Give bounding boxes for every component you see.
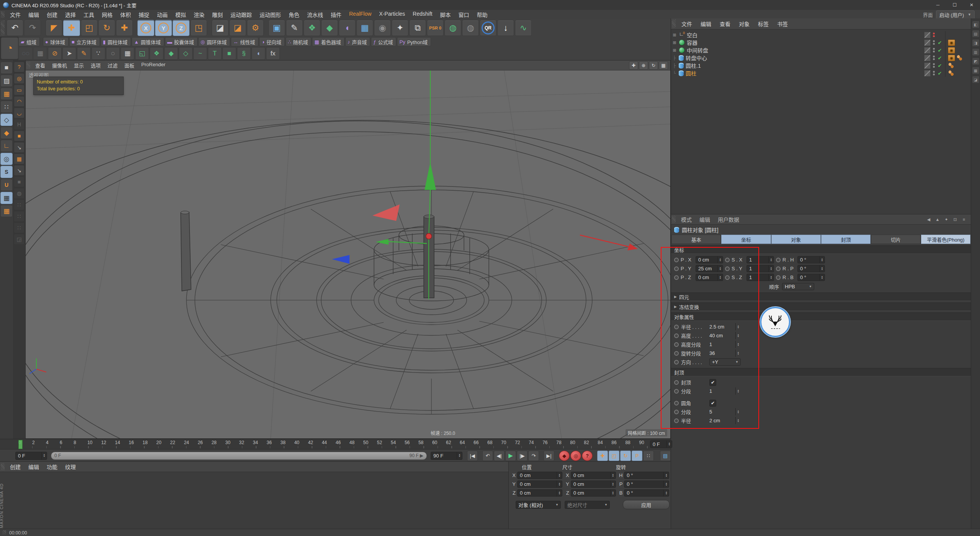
dropdown[interactable]: +Y: [709, 358, 741, 366]
magnet-snap-button[interactable]: U: [0, 179, 13, 191]
anim-toggle[interactable]: [776, 258, 781, 262]
cloth-icon[interactable]: ◖: [252, 47, 265, 60]
group-field-chip[interactable]: ▰ 组域: [18, 37, 40, 46]
menu-volume[interactable]: 体积: [116, 11, 135, 18]
checkbox[interactable]: ✔: [709, 400, 716, 407]
value-field[interactable]: 2.5 cm: [709, 323, 741, 330]
recent-tool-button[interactable]: ✚: [116, 20, 133, 36]
stepper-icon[interactable]: [819, 257, 825, 263]
select-ring-icon[interactable]: ◎: [14, 73, 24, 84]
stepper-icon[interactable]: [557, 490, 562, 496]
cube-slot-icon[interactable]: ■: [14, 176, 24, 187]
object-label[interactable]: 转盘中心: [686, 54, 707, 62]
vp-menu-prorender[interactable]: ProRender: [138, 62, 169, 69]
visibility-dots[interactable]: [931, 33, 936, 37]
pipeline-download-button[interactable]: ↓: [497, 20, 514, 36]
cage-points-icon[interactable]: ◱: [135, 47, 149, 60]
stepper-icon[interactable]: [457, 452, 462, 459]
tab-coordinates[interactable]: 坐标: [721, 235, 771, 244]
tag-cell[interactable]: ◉: [945, 46, 971, 54]
stepper-icon[interactable]: [735, 387, 741, 395]
menu-simulate[interactable]: 模拟: [172, 11, 190, 18]
viewport-solo-button[interactable]: ◎: [0, 153, 13, 165]
visibility-dots[interactable]: [931, 63, 936, 68]
layer-toggle[interactable]: [924, 62, 931, 69]
minimize-button[interactable]: ─: [929, 0, 946, 10]
torus-field-chip[interactable]: ◎ 圆环体域: [198, 37, 230, 46]
capsule-field-chip[interactable]: ▬ 胶囊体域: [165, 37, 198, 46]
stepper-icon[interactable]: [735, 341, 741, 348]
value-field[interactable]: 5: [709, 408, 741, 415]
caps-section-header[interactable]: 封顶: [671, 368, 971, 376]
layer-toggle[interactable]: [924, 47, 931, 54]
anim-toggle[interactable]: [674, 266, 679, 271]
model-mode-button[interactable]: ■: [0, 62, 13, 74]
am-menu-edit[interactable]: 编辑: [696, 216, 714, 223]
rotation-p-field[interactable]: 0 °: [624, 480, 669, 488]
object-row-container[interactable]: 容器 ✔ ◉: [671, 39, 971, 46]
tag-cell[interactable]: ◉: [945, 54, 971, 62]
python-field-chip[interactable]: Py Python域: [397, 37, 431, 46]
rect-select-icon[interactable]: ▭: [14, 85, 24, 95]
display-tag-icon[interactable]: ◉: [948, 55, 955, 61]
menu-window[interactable]: 窗口: [454, 11, 473, 18]
enable-check-icon[interactable]: ✔: [937, 63, 943, 69]
close-button[interactable]: ✕: [963, 0, 980, 10]
anim-toggle[interactable]: [674, 380, 679, 385]
anim-toggle[interactable]: [674, 342, 679, 347]
anim-toggle[interactable]: [674, 418, 679, 423]
anim-toggle[interactable]: [776, 275, 781, 280]
dock-tab-7[interactable]: ◪: [972, 76, 980, 83]
expand-icon[interactable]: [671, 56, 678, 60]
phong-tag-icon[interactable]: [948, 62, 954, 69]
vp-menu-display[interactable]: 显示: [70, 62, 87, 69]
lock-icon[interactable]: ⊡: [951, 216, 959, 223]
value-field[interactable]: 1: [709, 341, 741, 348]
cylinder-field-chip[interactable]: ▮ 圆柱体域: [101, 37, 131, 46]
swirl-icon[interactable]: §: [237, 47, 251, 60]
stepper-icon[interactable]: [610, 490, 616, 496]
menu-tools[interactable]: 工具: [80, 11, 98, 18]
menu-mesh[interactable]: 网格: [98, 11, 116, 18]
sphere-field-chip[interactable]: ● 球体域: [43, 37, 69, 46]
swatch-icon[interactable]: ■: [14, 131, 24, 141]
apply-button[interactable]: 应用: [623, 500, 670, 509]
key-icon[interactable]: ✦: [942, 216, 950, 223]
next-key-button[interactable]: ↷: [528, 451, 539, 461]
box-field-chip[interactable]: ■ 立方体域: [69, 37, 100, 46]
stepper-icon[interactable]: [768, 257, 774, 263]
subdivision-surface-menu[interactable]: ❖: [304, 20, 320, 36]
anim-toggle[interactable]: [674, 410, 679, 414]
play-button[interactable]: ▶: [505, 451, 516, 461]
size-y-field[interactable]: 0 cm: [571, 480, 616, 488]
stepper-icon[interactable]: [768, 274, 774, 281]
tab-object[interactable]: 对象: [771, 235, 821, 244]
tab-phong[interactable]: 平滑着色(Phong): [921, 235, 970, 244]
display-tag-icon[interactable]: ◉: [948, 39, 955, 46]
menu-sculpt[interactable]: 雕刻: [208, 11, 227, 18]
psr-badge-button[interactable]: PSR 0: [427, 20, 444, 36]
exchange-button[interactable]: ⧉: [409, 20, 426, 36]
playhead-marker[interactable]: [18, 440, 23, 449]
sky-dome-button[interactable]: ◍: [462, 20, 479, 36]
value-field[interactable]: 36: [709, 350, 741, 357]
tag-cell[interactable]: ◉: [945, 31, 971, 39]
stepper-icon[interactable]: [663, 472, 669, 479]
dock-tab-4[interactable]: ▥: [972, 48, 980, 56]
apply-down-icon[interactable]: ↘: [14, 142, 24, 153]
key-position-toggle[interactable]: ✚: [597, 451, 608, 461]
position-x-field[interactable]: 0 cm: [517, 472, 562, 479]
radial-field-chip[interactable]: ◑ 径向域: [259, 37, 285, 46]
effector-fx-icon[interactable]: fx: [266, 47, 280, 60]
object-properties-header[interactable]: 对象属性: [671, 312, 971, 321]
object-row-cylinder[interactable]: 圆柱 ✔ ◉: [671, 69, 971, 77]
range-start-field[interactable]: 0 F: [15, 452, 47, 460]
scale-field[interactable]: 1: [746, 256, 774, 263]
help-icon[interactable]: ?: [14, 62, 24, 72]
menu-render[interactable]: 渲染: [190, 11, 208, 18]
vp-menu-filter[interactable]: 过滤: [104, 62, 121, 69]
panel-menu-icon[interactable]: ≡: [960, 216, 968, 223]
enable-axis-button[interactable]: ∟: [0, 140, 13, 152]
am-menu-mode[interactable]: 模式: [677, 216, 696, 223]
mat-menu-create[interactable]: 创建: [6, 463, 24, 471]
